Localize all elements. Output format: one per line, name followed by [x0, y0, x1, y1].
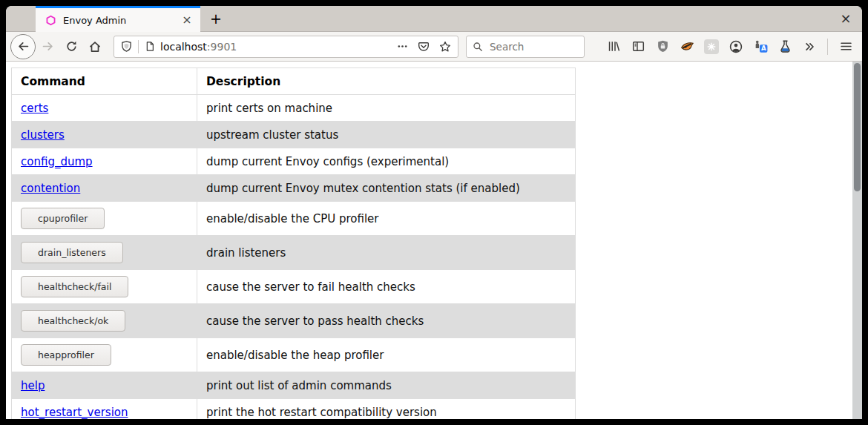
- back-button[interactable]: [10, 34, 36, 59]
- table-row: contentiondump current Envoy mutex conte…: [12, 175, 576, 202]
- command-link[interactable]: config_dump: [21, 155, 93, 168]
- badger-extension-button[interactable]: [677, 35, 697, 59]
- tab-bar: Envoy Admin × + ×: [6, 6, 862, 32]
- description-cell: enable/disable the CPU profiler: [197, 202, 576, 236]
- sidebar-toggle-button[interactable]: [628, 35, 648, 59]
- library-button[interactable]: [603, 35, 624, 59]
- command-cell: contention: [12, 175, 197, 202]
- scrollbar[interactable]: [852, 62, 862, 419]
- table-row: clustersupstream cluster status: [12, 122, 576, 148]
- command-cell: healthcheck/ok: [12, 304, 197, 338]
- description-cell: dump current Envoy mutex contention stat…: [197, 175, 576, 202]
- command-column-header: Command: [12, 68, 197, 95]
- page-actions-ellipsis-icon[interactable]: [397, 41, 408, 52]
- page-content: Command Description certsprint certs on …: [6, 62, 862, 419]
- command-link[interactable]: contention: [21, 182, 80, 195]
- description-cell: enable/disable the heap profiler: [197, 338, 576, 372]
- flower-extension-icon: [704, 39, 719, 54]
- shield-lock-extension-button[interactable]: [652, 35, 673, 59]
- chevron-double-right-icon: [803, 41, 815, 53]
- home-icon: [88, 40, 102, 53]
- browser-window: Envoy Admin × + ×: [6, 6, 862, 419]
- command-button[interactable]: healthcheck/fail: [21, 276, 128, 297]
- description-cell: print the hot restart compatibility vers…: [197, 399, 576, 420]
- command-button[interactable]: heapprofiler: [21, 344, 111, 366]
- scrollbar-thumb[interactable]: [854, 63, 861, 191]
- command-link[interactable]: certs: [21, 102, 48, 115]
- search-input[interactable]: [488, 40, 578, 53]
- description-cell: cause the server to fail health checks: [197, 270, 576, 304]
- url-bar[interactable]: localhost:9901: [114, 36, 458, 58]
- table-row: cpuprofilerenable/disable the CPU profil…: [12, 202, 576, 236]
- url-text: localhost:9901: [160, 41, 397, 53]
- description-cell: dump current Envoy configs (experimental…: [197, 148, 576, 175]
- table-row: certsprint certs on machine: [12, 95, 576, 122]
- menu-button[interactable]: [835, 35, 856, 59]
- command-cell: certs: [12, 95, 197, 122]
- table-row: healthcheck/okcause the server to pass h…: [12, 304, 576, 338]
- command-link[interactable]: help: [21, 379, 45, 392]
- urlbar-divider: [138, 40, 139, 53]
- admin-commands-table: Command Description certsprint certs on …: [11, 67, 576, 419]
- account-icon: [729, 40, 743, 53]
- flower-extension-button[interactable]: [701, 35, 722, 59]
- bookmark-star-icon[interactable]: [439, 41, 451, 53]
- command-button[interactable]: healthcheck/ok: [21, 310, 125, 332]
- table-row: config_dumpdump current Envoy configs (e…: [12, 148, 576, 175]
- reload-button[interactable]: [59, 35, 83, 59]
- table-row: healthcheck/failcause the server to fail…: [12, 270, 576, 304]
- tracking-protection-shield-icon[interactable]: [121, 41, 132, 52]
- description-cell: cause the server to pass health checks: [197, 304, 576, 338]
- navigation-toolbar: localhost:9901: [6, 32, 862, 62]
- window-close-button[interactable]: ×: [838, 11, 853, 26]
- tab-title: Envoy Admin: [63, 15, 180, 26]
- account-button[interactable]: [726, 35, 746, 59]
- search-icon: [473, 42, 483, 52]
- flask-extension-button[interactable]: [775, 35, 795, 59]
- envoy-favicon-icon: [45, 15, 56, 26]
- command-link[interactable]: hot_restart_version: [21, 406, 128, 419]
- command-button[interactable]: drain_listeners: [21, 242, 123, 263]
- pocket-save-icon[interactable]: [418, 41, 430, 53]
- table-row: hot_restart_versionprint the hot restart…: [12, 399, 576, 420]
- svg-text:A: A: [760, 45, 766, 52]
- command-cell: help: [12, 372, 197, 399]
- description-cell: print out list of admin commands: [197, 372, 576, 399]
- tab-close-icon[interactable]: ×: [180, 13, 194, 27]
- translate-extension-button[interactable]: A: [750, 35, 771, 59]
- sidebar-icon: [632, 40, 645, 53]
- search-bar[interactable]: [466, 36, 585, 58]
- translate-extension-icon: A: [754, 39, 768, 53]
- command-cell: cpuprofiler: [12, 202, 197, 236]
- command-button[interactable]: cpuprofiler: [21, 208, 105, 229]
- description-cell: upstream cluster status: [197, 122, 576, 148]
- description-cell: drain listeners: [197, 236, 576, 270]
- back-arrow-icon: [17, 40, 30, 53]
- page-info-icon[interactable]: [145, 41, 155, 52]
- description-cell: print certs on machine: [197, 95, 576, 122]
- hamburger-icon: [840, 40, 852, 53]
- urlbar-actions: [397, 41, 451, 53]
- new-tab-button[interactable]: +: [205, 9, 227, 28]
- forward-button[interactable]: [36, 35, 59, 59]
- table-row: helpprint out list of admin commands: [12, 372, 576, 399]
- command-cell: drain_listeners: [12, 236, 197, 270]
- tabbar-spacer: [227, 6, 838, 31]
- tab-envoy-admin[interactable]: Envoy Admin ×: [36, 6, 200, 32]
- command-cell: heapprofiler: [12, 338, 197, 372]
- forward-arrow-icon: [42, 40, 54, 53]
- flask-extension-icon: [779, 40, 792, 53]
- reload-icon: [65, 40, 78, 53]
- toolbar-right-icons: A: [603, 35, 856, 59]
- command-link[interactable]: clusters: [21, 128, 65, 142]
- toolbar-separator: [827, 39, 828, 55]
- command-cell: hot_restart_version: [12, 399, 197, 420]
- badger-icon: [680, 39, 694, 53]
- url-host: localhost: [160, 41, 207, 53]
- overflow-menu-button[interactable]: [799, 35, 820, 59]
- command-cell: healthcheck/fail: [12, 270, 197, 304]
- command-cell: clusters: [12, 122, 197, 148]
- home-button[interactable]: [83, 35, 107, 59]
- table-header-row: Command Description: [12, 68, 576, 95]
- table-row: drain_listenersdrain listeners: [12, 236, 576, 270]
